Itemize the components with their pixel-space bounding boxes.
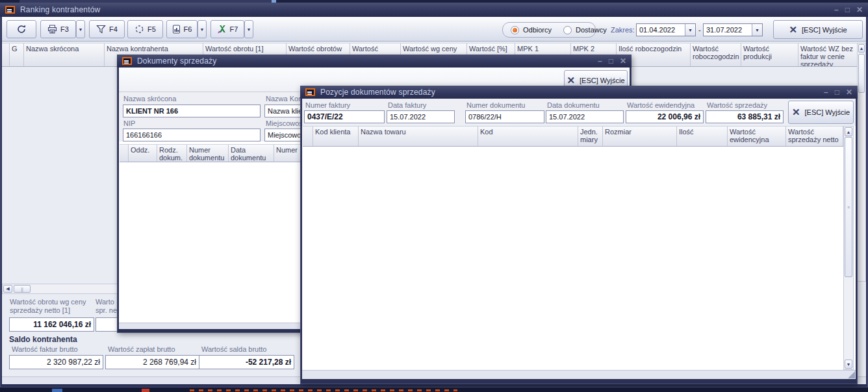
f5-button[interactable]: F5 <box>127 20 163 38</box>
chart-button-label: F6 <box>184 25 192 33</box>
print-dropdown-button[interactable]: ▼ <box>76 20 85 38</box>
titlebar-pozycje[interactable]: Pozycje dokumentów sprzedaży – □ ✕ <box>300 86 858 99</box>
column-header[interactable]: Data dokumentu <box>229 145 274 162</box>
column-header[interactable]: Wartość produkcji <box>741 43 798 66</box>
scrollbar-thumb[interactable]: ≡ <box>845 137 852 277</box>
maximize-icon[interactable]: □ <box>845 6 850 14</box>
chevron-down-icon: ▼ <box>200 27 205 32</box>
excel-export-icon <box>217 25 227 34</box>
scroll-down-icon[interactable]: ▼ <box>845 360 852 369</box>
zaplaty-value-field[interactable]: 2 268 769,94 zł <box>105 355 199 369</box>
print-button[interactable]: F3 <box>40 20 76 38</box>
chart-doc-icon <box>172 25 181 34</box>
window-title: Pozycje dokumentów sprzedaży <box>320 88 435 97</box>
items-vertical-scrollbar[interactable]: ▲ ≡ ▼ <box>843 126 854 370</box>
column-header[interactable]: Kod klienta <box>313 127 359 146</box>
obrot-value-field[interactable]: 11 162 046,16 zł <box>9 317 94 332</box>
nazwa-skrocona-label: Nazwa skrócona <box>123 95 176 103</box>
close-x-icon: ✕ <box>789 25 797 34</box>
nip-field[interactable]: 166166166 <box>123 129 261 141</box>
filter-button-label: F4 <box>109 25 118 33</box>
excel-button-label: F7 <box>230 25 238 33</box>
scroll-left-icon[interactable]: ◀ <box>3 285 12 293</box>
recipient-supplier-group: Odbiorcy Dostawcy <box>502 22 596 38</box>
titlebar-dokumenty[interactable]: Dokumenty sprzedaży – □ ✕ <box>117 55 632 67</box>
numer-faktury-field[interactable]: 0437/E/22 <box>304 110 385 123</box>
window-pozycje-dokumentow: Pozycje dokumentów sprzedaży – □ ✕ Numer… <box>300 86 858 384</box>
column-header[interactable]: Numer dokumentu <box>187 145 229 162</box>
radio-odbiorcy[interactable]: Odbiorcy <box>511 26 552 34</box>
radio-dostawcy-label: Dostawcy <box>576 26 607 34</box>
data-dokumentu-field[interactable]: 15.07.2022 <box>546 110 624 123</box>
refresh-icon <box>16 23 27 35</box>
titlebar-ranking[interactable]: Ranking kontrahentów – □ ✕ <box>0 3 868 17</box>
refresh-button[interactable] <box>6 20 36 38</box>
minimize-icon[interactable]: – <box>824 88 828 96</box>
column-header[interactable]: Wartość roboczogodzin <box>691 43 741 66</box>
chevron-down-icon: ▼ <box>79 27 83 32</box>
saldo-label: Wartość salda brutto <box>201 345 266 353</box>
exit-button-main[interactable]: ✕ [ESC] Wyjście <box>773 20 863 39</box>
data-faktury-field[interactable]: 15.07.2022 <box>387 110 455 123</box>
funnel-icon <box>96 25 106 34</box>
resize-grip-icon[interactable] <box>848 371 855 378</box>
obrot-label: Wartość obrotu wg ceny sprzedaży netto [… <box>10 298 86 315</box>
nazwa-skrocona-field[interactable]: KLIENT NR 166 <box>123 104 261 117</box>
radio-dostawcy[interactable]: Dostawcy <box>563 26 607 34</box>
taskbar-icon-blue <box>52 389 62 392</box>
close-icon[interactable]: ✕ <box>620 57 626 65</box>
scrollbar-thumb[interactable]: || <box>14 285 31 293</box>
numer-dokumentu-field[interactable]: 0786/22/H <box>465 110 544 123</box>
dashed-circle-icon <box>134 25 144 34</box>
minimize-icon[interactable]: – <box>834 6 839 14</box>
chevron-down-icon[interactable]: ▼ <box>685 24 695 36</box>
column-header[interactable]: Rodz. dokum. <box>157 145 187 162</box>
date-to-combo[interactable]: 31.07.2022 ▼ <box>703 23 763 36</box>
window-title: Ranking kontrahentów <box>20 5 100 14</box>
scroll-up-icon[interactable]: ▲ <box>845 127 852 136</box>
column-header[interactable]: G <box>10 43 24 66</box>
chevron-down-icon[interactable]: ▼ <box>752 24 762 36</box>
wartosc-sprzedazy-field[interactable]: 63 885,31 zł <box>706 110 784 123</box>
faktury-value-field[interactable]: 2 320 987,22 zł <box>9 355 103 369</box>
main-vertical-scrollbar[interactable]: ▲ <box>857 43 866 282</box>
app-icon <box>5 6 15 14</box>
minimize-icon[interactable]: – <box>598 57 602 65</box>
saldo-value-field[interactable]: -52 217,28 zł <box>199 355 294 369</box>
taskbar-sliver <box>0 387 868 392</box>
close-icon[interactable]: ✕ <box>856 6 863 14</box>
column-header[interactable]: Rozmiar <box>603 127 677 146</box>
date-separator: - <box>698 26 701 34</box>
column-header[interactable]: Oddz. <box>129 145 157 162</box>
chart-button[interactable]: F6 <box>166 20 198 38</box>
exit-button-items[interactable]: ✕ [ESC] Wyjście <box>788 101 854 124</box>
column-header[interactable]: Wartość ewidencyjna <box>728 127 786 146</box>
exit-button-label: [ESC] Wyjście <box>805 108 850 116</box>
saldo-section-title: Saldo kontrahenta <box>9 335 77 344</box>
scroll-up-icon[interactable]: ▲ <box>858 44 865 53</box>
column-header[interactable]: Nazwa towaru <box>359 127 478 146</box>
close-x-icon: ✕ <box>792 108 800 117</box>
column-header[interactable]: Jedn. miary <box>578 127 603 146</box>
obrot2-label: Warto spr. ne <box>96 298 117 315</box>
header-corner <box>303 127 313 146</box>
wartosc-ewid-field[interactable]: 22 006,96 zł <box>626 110 704 123</box>
column-header[interactable]: Kod <box>478 127 578 146</box>
excel-button[interactable]: F7 <box>211 20 244 38</box>
docs-table-header: Oddz. Rodz. dokum. Numer dokumentu Data … <box>120 144 318 162</box>
column-header[interactable]: Wartość WZ bez faktur w cenie sprzedaży <box>798 43 858 66</box>
date-from-combo[interactable]: 01.04.2022 ▼ <box>636 23 696 36</box>
chart-dropdown-button[interactable]: ▼ <box>198 20 207 38</box>
column-header[interactable]: Wartość sprzedaży netto <box>786 127 843 146</box>
taskbar-icon-red <box>142 389 149 392</box>
excel-dropdown-button[interactable]: ▼ <box>244 20 253 38</box>
filter-button[interactable]: F4 <box>89 20 125 38</box>
column-header[interactable]: Ilość <box>677 127 728 146</box>
maximize-icon[interactable]: □ <box>835 88 839 96</box>
faktury-label: Wartość faktur brutto <box>12 345 78 353</box>
column-header[interactable]: Nazwa skrócona <box>24 43 105 66</box>
scrollbar-thumb[interactable] <box>858 54 865 93</box>
maximize-icon[interactable]: □ <box>609 57 613 65</box>
printer-icon <box>47 25 57 34</box>
close-icon[interactable]: ✕ <box>846 88 852 96</box>
